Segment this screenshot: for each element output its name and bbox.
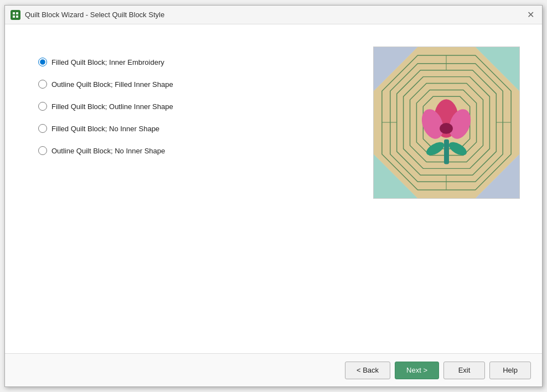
title-bar: Quilt Block Wizard - Select Quilt Block … [5, 6, 542, 24]
svg-rect-21 [444, 140, 449, 164]
help-button[interactable]: Help [489, 362, 531, 379]
radio-input-3[interactable] [38, 102, 47, 111]
svg-point-27 [440, 123, 453, 134]
window-title: Quilt Block Wizard - Select Quilt Block … [25, 11, 164, 19]
radio-option-4[interactable]: Filled Quilt Block; No Inner Shape [38, 124, 351, 133]
footer: < Back Next > Exit Help [5, 353, 542, 386]
title-bar-left: Quilt Block Wizard - Select Quilt Block … [11, 10, 164, 20]
radio-input-1[interactable] [38, 58, 47, 66]
radio-input-5[interactable] [38, 146, 47, 155]
dialog-window: Quilt Block Wizard - Select Quilt Block … [4, 5, 543, 387]
back-button[interactable]: < Back [345, 362, 390, 379]
svg-rect-2 [13, 16, 15, 18]
radio-option-1[interactable]: Filled Quilt Block; Inner Embroidery [38, 58, 351, 66]
radio-option-3[interactable]: Filled Quilt Block; Outline Inner Shape [38, 102, 351, 111]
radio-option-5[interactable]: Outline Quilt Block; No Inner Shape [38, 146, 351, 155]
svg-rect-3 [16, 16, 18, 18]
radio-option-2[interactable]: Outline Quilt Block; Filled Inner Shape [38, 80, 351, 89]
radio-label-1: Filled Quilt Block; Inner Embroidery [51, 58, 164, 66]
radio-label-5: Outline Quilt Block; No Inner Shape [51, 147, 165, 155]
options-panel: Filled Quilt Block; Inner EmbroideryOutl… [38, 47, 351, 342]
radio-label-2: Outline Quilt Block; Filled Inner Shape [51, 80, 173, 89]
radio-label-3: Filled Quilt Block; Outline Inner Shape [51, 102, 173, 111]
next-button[interactable]: Next > [395, 362, 439, 379]
radio-input-4[interactable] [38, 124, 47, 133]
content-area: Filled Quilt Block; Inner EmbroideryOutl… [5, 24, 542, 353]
close-button[interactable]: ✕ [524, 9, 536, 21]
svg-rect-1 [16, 12, 18, 14]
app-icon [11, 10, 20, 20]
svg-rect-0 [13, 12, 15, 14]
preview-panel [373, 47, 520, 342]
radio-input-2[interactable] [38, 80, 47, 89]
quilt-preview-image [373, 47, 520, 199]
exit-button[interactable]: Exit [443, 362, 485, 379]
radio-label-4: Filled Quilt Block; No Inner Shape [51, 125, 159, 133]
